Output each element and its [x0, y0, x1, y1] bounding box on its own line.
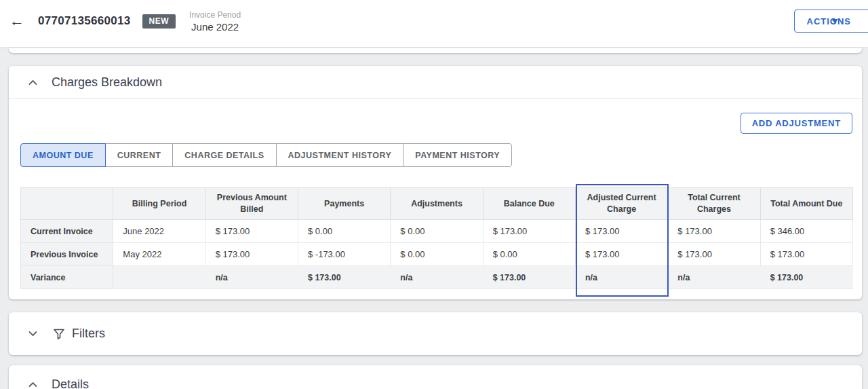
- previous-card-edge: [9, 48, 862, 53]
- table-cell: $ 173.00: [298, 266, 390, 289]
- table-cell: $ 173.00: [575, 220, 667, 243]
- table-cell: $ 173.00: [760, 243, 852, 266]
- charges-tabs: AMOUNT DUECURRENTCHARGE DETAILSADJUSTMEN…: [20, 143, 512, 167]
- details-card: Details: [9, 365, 862, 389]
- chevron-down-icon: [28, 331, 37, 337]
- table-cell: [113, 266, 205, 289]
- amount-due-table: Billing PeriodPrevious Amount BilledPaym…: [20, 187, 853, 289]
- add-adjustment-label: ADD ADJUSTMENT: [752, 118, 841, 128]
- column-header: Payments: [298, 188, 390, 220]
- charges-table-body: Current InvoiceJune 2022$ 173.00$ 0.00$ …: [21, 220, 853, 289]
- table-cell: $ 173.00: [483, 266, 575, 289]
- page-header: ← 07707135660013 NEW Invoice Period June…: [0, 0, 868, 48]
- table-cell: $ 173.00: [760, 266, 852, 289]
- table-cell: $ 173.00: [575, 243, 667, 266]
- table-cell: n/a: [668, 266, 760, 289]
- invoice-period-value: June 2022: [189, 21, 241, 33]
- invoice-page: ← 07707135660013 NEW Invoice Period June…: [0, 0, 868, 389]
- table-cell: $ 0.00: [391, 220, 483, 243]
- filters-header[interactable]: Filters: [9, 312, 862, 355]
- table-cell: May 2022: [113, 243, 205, 266]
- charges-breakdown-card: Charges Breakdown ADD ADJUSTMENT AMOUNT …: [9, 66, 862, 299]
- table-cell: June 2022: [113, 220, 205, 243]
- add-adjustment-button[interactable]: ADD ADJUSTMENT: [741, 113, 852, 134]
- table-cell: $ 173.00: [668, 220, 760, 243]
- invoice-period-label: Invoice Period: [189, 10, 241, 20]
- invoice-number: 07707135660013: [38, 14, 131, 28]
- table-cell: $ 0.00: [391, 243, 483, 266]
- column-header: Previous Amount Billed: [205, 188, 298, 220]
- section-title-details: Details: [52, 377, 89, 389]
- status-badge: NEW: [142, 14, 176, 29]
- filters-card: Filters: [9, 312, 862, 355]
- invoice-period-block: Invoice Period June 2022: [189, 10, 241, 33]
- table-cell: $ 173.00: [205, 220, 298, 243]
- table-cell: $ 173.00: [668, 243, 760, 266]
- tab-payment-history[interactable]: PAYMENT HISTORY: [403, 143, 512, 167]
- expand-filters-button[interactable]: [24, 325, 41, 343]
- table-cell: $ 0.00: [298, 220, 390, 243]
- tab-amount-due[interactable]: AMOUNT DUE: [20, 143, 106, 167]
- section-title-filters: Filters: [72, 327, 105, 341]
- table-cell: $ 173.00: [483, 220, 575, 243]
- tab-current[interactable]: CURRENT: [105, 143, 174, 167]
- column-header: Balance Due: [483, 188, 575, 220]
- filter-funnel-icon: [53, 328, 65, 340]
- actions-button-label: ACTIONS: [807, 16, 852, 26]
- details-header[interactable]: Details: [9, 368, 862, 389]
- chevron-up-icon: [28, 382, 37, 388]
- charges-breakdown-header[interactable]: Charges Breakdown: [9, 66, 862, 99]
- row-label: Current Invoice: [21, 220, 113, 243]
- table-cell: $ 173.00: [205, 243, 298, 266]
- table-row: Previous InvoiceMay 2022$ 173.00$ -173.0…: [21, 243, 853, 266]
- tab-charge-details[interactable]: CHARGE DETAILS: [172, 143, 276, 167]
- charges-table-header-row: Billing PeriodPrevious Amount BilledPaym…: [21, 188, 853, 220]
- table-cell: n/a: [205, 266, 298, 289]
- table-cell: n/a: [391, 266, 483, 289]
- table-row: Variancen/a$ 173.00n/a$ 173.00n/an/a$ 17…: [21, 266, 853, 289]
- collapse-charges-button[interactable]: [24, 73, 41, 91]
- back-button[interactable]: ←: [9, 11, 30, 31]
- row-label-column-header: [21, 188, 113, 220]
- table-cell: $ -173.00: [298, 243, 390, 266]
- tab-adjustment-history[interactable]: ADJUSTMENT HISTORY: [276, 143, 404, 167]
- table-cell: $ 346.00: [760, 220, 852, 243]
- table-cell: $ 0.00: [483, 243, 575, 266]
- column-header: Total Current Charges: [668, 188, 760, 220]
- back-arrow-icon: ←: [9, 12, 24, 29]
- row-label: Previous Invoice: [21, 243, 113, 266]
- row-label: Variance: [21, 266, 113, 289]
- column-header: Adjustments: [391, 188, 483, 220]
- section-title-charges-breakdown: Charges Breakdown: [52, 75, 162, 90]
- table-row: Current InvoiceJune 2022$ 173.00$ 0.00$ …: [21, 220, 853, 243]
- column-header: Adjusted Current Charge: [575, 188, 667, 220]
- table-cell: n/a: [575, 266, 667, 289]
- collapse-details-button[interactable]: [24, 376, 41, 389]
- chevron-down-icon: [831, 19, 838, 23]
- column-header: Billing Period: [113, 188, 205, 220]
- column-header: Total Amount Due: [760, 188, 852, 220]
- chevron-up-icon: [28, 79, 37, 86]
